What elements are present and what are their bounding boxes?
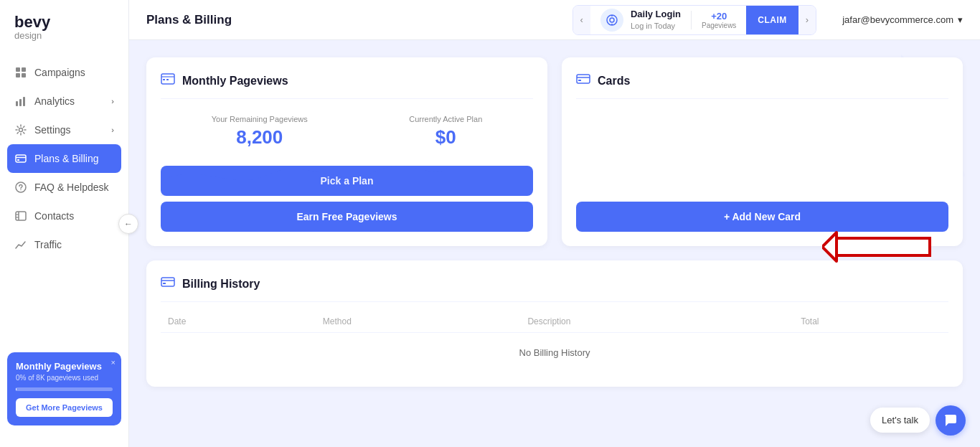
user-menu[interactable]: jafar@bevycommerce.com ▾	[842, 14, 963, 25]
svg-rect-1	[22, 67, 26, 72]
widget-subtitle: 0% of 8K pageviews used	[16, 374, 113, 382]
svg-rect-2	[16, 73, 20, 77]
traffic-icon	[14, 238, 27, 251]
daily-login-subtitle: Log in Today	[631, 21, 681, 31]
svg-rect-28	[577, 75, 590, 83]
svg-point-18	[610, 18, 614, 22]
daily-login-text: Daily Login Log in Today	[631, 9, 681, 31]
widget-progress-bar-container	[16, 387, 113, 391]
active-plan-value: $0	[409, 126, 482, 149]
contacts-label: Contacts	[34, 210, 74, 222]
billing-history-section: Billing History Date Method Description …	[146, 260, 963, 387]
logo: bevy design	[0, 14, 128, 58]
earn-free-pageviews-button[interactable]: Earn Free Pageviews	[161, 202, 533, 232]
daily-login-prev[interactable]: ‹	[573, 6, 590, 34]
svg-rect-8	[16, 155, 26, 162]
user-chevron: ▾	[958, 14, 963, 25]
svg-point-7	[19, 128, 23, 132]
daily-login-content: Daily Login Log in Today	[590, 9, 691, 32]
campaigns-label: Campaigns	[34, 67, 85, 78]
pageviews-card-body: Your Remaining Pageviews 8,200 Currently…	[161, 102, 533, 232]
svg-rect-5	[19, 99, 22, 106]
svg-rect-33	[163, 283, 166, 284]
col-description: Description	[520, 311, 793, 333]
sidebar-item-analytics[interactable]: Analytics ›	[0, 87, 128, 116]
sidebar-item-campaigns[interactable]: Campaigns	[0, 58, 128, 87]
main-area: Plans & Billing ‹ Daily Login Log in Tod…	[129, 0, 980, 447]
cards-card: Cards + Add New Card	[562, 57, 963, 246]
pageviews-card-header: Monthly Pageviews	[161, 72, 533, 99]
plans-billing-label: Plans & Billing	[34, 153, 99, 164]
logo-bevy: bevy	[14, 14, 114, 30]
billing-title: Billing History	[182, 278, 260, 291]
sidebar-item-traffic[interactable]: Traffic	[0, 230, 128, 259]
analytics-label: Analytics	[34, 95, 75, 107]
campaigns-icon	[14, 66, 27, 79]
daily-login-banner: ‹ Daily Login Log in Today +20 Pageviews…	[573, 5, 817, 35]
billing-header: Billing History	[161, 275, 948, 302]
billing-empty-row: No Billing History	[161, 333, 948, 373]
topbar: Plans & Billing ‹ Daily Login Log in Tod…	[129, 0, 980, 40]
remaining-value: 8,200	[212, 126, 308, 149]
billing-table: Date Method Description Total No Billing…	[161, 311, 948, 372]
svg-rect-27	[166, 79, 169, 80]
svg-rect-0	[16, 67, 20, 72]
col-date: Date	[161, 311, 316, 333]
svg-rect-4	[16, 101, 18, 106]
get-more-pageviews-button[interactable]: Get More Pageviews	[16, 398, 113, 417]
svg-point-12	[20, 189, 22, 191]
chat-button[interactable]	[936, 405, 966, 436]
collapse-icon: ←	[124, 219, 133, 229]
settings-label: Settings	[34, 124, 71, 136]
daily-login-title: Daily Login	[631, 9, 681, 21]
daily-login-icon	[600, 9, 623, 32]
pageviews-card-icon	[161, 72, 175, 90]
sidebar-item-settings[interactable]: Settings ›	[0, 116, 128, 144]
svg-rect-26	[163, 79, 165, 80]
analytics-chevron: ›	[111, 97, 114, 105]
sidebar-item-contacts[interactable]: Contacts	[0, 202, 128, 230]
billing-icon	[161, 275, 175, 293]
cards-icon	[576, 72, 590, 90]
contacts-icon	[14, 210, 27, 222]
pageviews-widget: × Monthly Pageviews 0% of 8K pageviews u…	[7, 352, 121, 425]
user-email: jafar@bevycommerce.com	[842, 14, 953, 25]
widget-progress-fill	[16, 387, 17, 391]
page-title: Plans & Billing	[146, 13, 232, 27]
daily-login-next[interactable]: ›	[798, 6, 816, 34]
pageviews-card-title: Monthly Pageviews	[182, 75, 288, 88]
cards-card-header: Cards	[576, 72, 948, 99]
analytics-icon	[14, 95, 27, 108]
pageviews-wave	[161, 153, 448, 196]
svg-rect-3	[22, 73, 26, 77]
svg-rect-10	[17, 159, 19, 161]
widget-close[interactable]: ×	[111, 358, 116, 367]
widget-title: Monthly Pageviews	[16, 361, 113, 372]
faq-icon	[14, 181, 27, 194]
svg-rect-6	[23, 97, 25, 106]
no-billing-history: No Billing History	[161, 333, 948, 373]
settings-icon	[14, 123, 27, 136]
active-plan: Currently Active Plan $0	[409, 115, 482, 149]
remaining-pageviews: Your Remaining Pageviews 8,200	[212, 115, 308, 149]
remaining-label: Your Remaining Pageviews	[212, 115, 308, 123]
daily-login-pageviews: Pageviews	[702, 22, 736, 29]
claim-button[interactable]: CLAIM	[746, 6, 798, 34]
traffic-label: Traffic	[34, 239, 62, 250]
lets-talk-label: Let's talk	[882, 415, 918, 425]
sidebar-item-plans-billing[interactable]: Plans & Billing	[7, 144, 121, 173]
svg-point-19	[611, 15, 613, 17]
svg-point-17	[607, 15, 617, 25]
sidebar-collapse-button[interactable]: ←	[118, 214, 138, 234]
monthly-pageviews-card: Monthly Pageviews Your Remaining Pagevie…	[146, 57, 547, 246]
faq-label: FAQ & Helpdesk	[34, 182, 109, 193]
sidebar-item-faq[interactable]: FAQ & Helpdesk	[0, 173, 128, 202]
add-new-card-button[interactable]: + Add New Card	[576, 202, 948, 232]
svg-rect-30	[578, 80, 581, 81]
content-area: Monthly Pageviews Your Remaining Pagevie…	[129, 40, 980, 447]
svg-point-20	[611, 24, 613, 25]
daily-login-reward: +20 Pageviews	[691, 11, 746, 29]
col-method: Method	[316, 311, 521, 333]
plans-billing-icon	[14, 152, 27, 165]
lets-talk-widget: Let's talk	[870, 408, 930, 433]
